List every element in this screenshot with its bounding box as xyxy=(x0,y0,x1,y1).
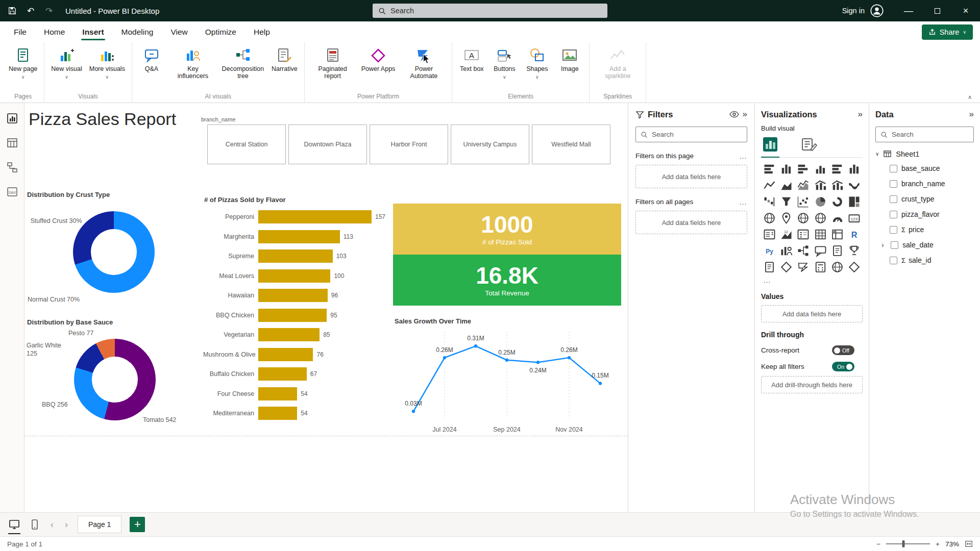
metrics-icon[interactable] xyxy=(848,244,861,257)
menu-insert[interactable]: Insert xyxy=(74,21,112,42)
matrix-icon[interactable] xyxy=(831,228,844,241)
slicer-option-westfield-mall[interactable]: Westfield Mall xyxy=(532,124,610,164)
bar-mediterranean[interactable] xyxy=(258,407,297,420)
field-pizza-flavor[interactable]: pizza_flavor xyxy=(875,207,974,222)
hundred-stacked-bar-chart-icon[interactable] xyxy=(831,163,844,176)
line-chart-icon[interactable] xyxy=(763,179,776,192)
minimize-button[interactable]: — xyxy=(894,0,923,21)
save-icon[interactable] xyxy=(6,5,18,17)
share-button[interactable]: Share ∨ xyxy=(922,24,973,40)
bar-margherita[interactable] xyxy=(258,230,340,243)
sauce-donut-chart[interactable] xyxy=(74,339,156,420)
filter-field-well[interactable]: Add data fields here xyxy=(635,165,747,188)
collapse-visualizations-icon[interactable]: » xyxy=(858,109,863,119)
azure-map-icon[interactable] xyxy=(814,212,827,224)
area-chart-icon[interactable] xyxy=(780,179,793,192)
narrative-button[interactable]: Narrative xyxy=(268,47,301,72)
scatter-chart-icon[interactable] xyxy=(797,195,810,208)
values-field-well[interactable]: Add data fields here xyxy=(761,305,863,322)
slicer-icon[interactable] xyxy=(797,228,810,241)
previous-page-icon[interactable]: ‹ xyxy=(49,519,55,530)
table-icon[interactable] xyxy=(814,228,827,241)
key-influencers-button[interactable]: Key influencers xyxy=(168,47,217,80)
stacked-column-chart-icon[interactable] xyxy=(780,163,793,176)
menu-file[interactable]: File xyxy=(5,21,35,42)
more-options-icon[interactable]: … xyxy=(739,197,747,206)
shape-map-icon[interactable] xyxy=(797,212,810,224)
menu-modeling[interactable]: Modeling xyxy=(113,21,162,42)
bar-meat-lovers[interactable] xyxy=(258,269,330,283)
line-and-stacked-column-chart-icon[interactable] xyxy=(814,179,827,192)
kpi-icon[interactable]: 12 xyxy=(780,228,793,241)
desktop-layout-icon[interactable] xyxy=(8,518,20,531)
slicer-option-harbor-front[interactable]: Harbor Front xyxy=(370,124,448,164)
table-sheet1[interactable]: ∨ Sheet1 xyxy=(875,149,974,158)
zoom-slider-knob[interactable] xyxy=(902,540,905,547)
bar-four-cheese[interactable] xyxy=(258,387,297,400)
arcgis-map-icon[interactable] xyxy=(831,261,844,273)
calculation-group-icon[interactable] xyxy=(814,261,827,273)
collapse-table-icon[interactable]: ∨ xyxy=(875,151,879,157)
paginated-report-button[interactable]: Paginated report xyxy=(308,47,357,80)
close-button[interactable]: × xyxy=(951,0,980,21)
collapse-filters-icon[interactable]: » xyxy=(743,109,747,119)
data-search-input[interactable]: Search xyxy=(875,127,974,142)
dax-query-view-icon[interactable]: DAX xyxy=(6,186,18,198)
report-canvas[interactable]: Pizza Sales Report branch_name Central S… xyxy=(24,103,628,512)
collapse-data-icon[interactable]: » xyxy=(969,109,974,119)
field-crust-type[interactable]: crust_type xyxy=(875,191,974,207)
field-branch-name[interactable]: branch_name xyxy=(875,176,974,191)
shapes-button[interactable]: Shapes∨ xyxy=(521,47,553,80)
checkbox-sale-id[interactable] xyxy=(890,257,897,264)
menu-optimize[interactable]: Optimize xyxy=(197,21,245,42)
pizzas-sold-card[interactable]: 1000 # of Pizzas Sold xyxy=(393,204,621,255)
menu-view[interactable]: View xyxy=(162,21,196,42)
crust-donut-chart[interactable] xyxy=(73,211,155,293)
bar-supreme[interactable] xyxy=(258,249,333,263)
scorecard-icon[interactable] xyxy=(848,261,861,273)
paginated-report-icon[interactable] xyxy=(763,261,776,273)
next-page-icon[interactable]: › xyxy=(63,519,69,530)
report-view-icon[interactable] xyxy=(6,112,18,124)
line-and-clustered-column-chart-icon[interactable] xyxy=(831,179,844,192)
field-sale-id[interactable]: Σsale_id xyxy=(875,253,974,268)
multi-row-card-icon[interactable] xyxy=(763,228,776,241)
global-search-input[interactable]: Search xyxy=(373,4,607,18)
slicer-option-university-campus[interactable]: University Campus xyxy=(451,124,529,164)
buttons-button[interactable]: Buttons∨ xyxy=(488,47,520,80)
menu-help[interactable]: Help xyxy=(245,21,279,42)
field-sale-date[interactable]: ›sale_date xyxy=(875,237,974,253)
new-page-button[interactable]: New page∨ xyxy=(6,47,40,80)
pie-chart-icon[interactable] xyxy=(814,195,827,208)
stacked-bar-chart-icon[interactable] xyxy=(763,163,776,176)
decomposition-tree-button[interactable]: Decomposition tree xyxy=(218,47,267,80)
treemap-icon[interactable] xyxy=(848,195,861,208)
stacked-area-chart-icon[interactable] xyxy=(797,179,810,192)
format-visual-tab[interactable] xyxy=(801,136,817,153)
more-visual-options[interactable]: … xyxy=(761,276,863,284)
filled-map-icon[interactable] xyxy=(780,212,793,224)
qa-visual-icon[interactable] xyxy=(814,244,827,257)
filter-field-well[interactable]: Add data fields here xyxy=(635,211,747,234)
bar-hawaiian[interactable] xyxy=(258,289,328,302)
checkbox-sale-date[interactable] xyxy=(891,241,898,249)
new-page-tab-button[interactable]: + xyxy=(130,517,145,532)
text-box-button[interactable]: AText box xyxy=(456,47,487,72)
power-apps-button[interactable]: Power Apps xyxy=(358,47,399,72)
redo-icon[interactable]: ↷ xyxy=(43,5,55,17)
field-price[interactable]: Σprice xyxy=(875,222,974,237)
sales-line-chart[interactable]: 0.03M0.26M0.31M0.25M0.24M0.26M0.15MJul 2… xyxy=(393,327,621,436)
filters-search-input[interactable]: Search xyxy=(635,127,747,142)
map-icon[interactable] xyxy=(763,212,776,224)
zoom-slider[interactable] xyxy=(886,543,930,544)
flavor-bar-chart[interactable]: Pepperoni157Margherita113Supreme103Meat … xyxy=(203,207,407,423)
new-visual-button[interactable]: New visual∨ xyxy=(48,47,85,80)
account-avatar-icon[interactable] xyxy=(870,4,884,18)
clustered-column-chart-icon[interactable] xyxy=(814,163,827,176)
power-automate-button[interactable]: Power Automate xyxy=(399,47,448,80)
checkbox-base-sauce[interactable] xyxy=(890,165,897,172)
power-automate-visual-icon[interactable] xyxy=(797,261,810,273)
card-icon[interactable]: 123 xyxy=(848,212,861,224)
funnel-chart-icon[interactable] xyxy=(780,195,793,208)
hundred-stacked-column-chart-icon[interactable] xyxy=(848,163,861,176)
